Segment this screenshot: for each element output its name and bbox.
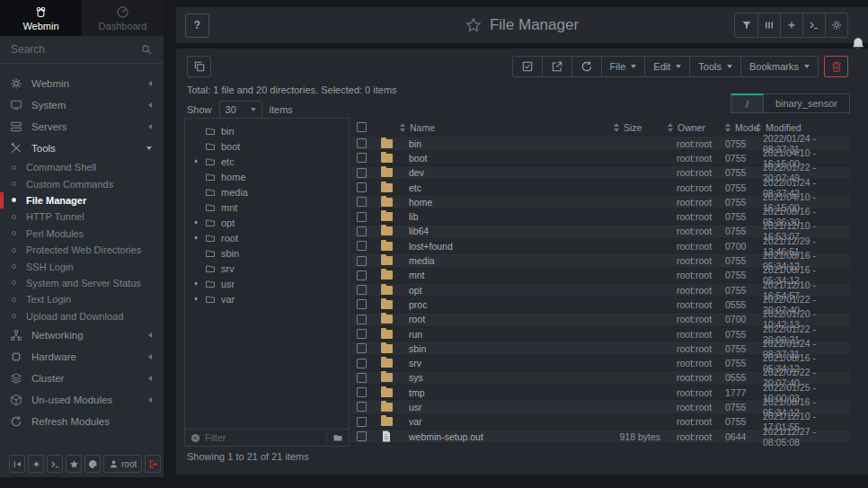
row-checkbox[interactable] <box>357 373 367 383</box>
expand-caret-icon[interactable] <box>193 158 199 164</box>
row-checkbox[interactable] <box>357 212 367 222</box>
sidebar-category-webmin[interactable]: Webmin <box>0 73 164 94</box>
row-checkbox[interactable] <box>357 329 367 339</box>
sidebar-item-perl-modules[interactable]: Perl Modules <box>0 226 164 242</box>
clipboard-button[interactable] <box>187 56 211 77</box>
refresh-button[interactable] <box>571 57 601 76</box>
row-checkbox[interactable] <box>357 299 367 309</box>
tree-item-opt[interactable]: opt <box>185 215 349 230</box>
column-header-owner[interactable]: Owner <box>678 122 705 133</box>
sidebar-category-hardware[interactable]: Hardware <box>0 346 164 368</box>
row-checkbox[interactable] <box>357 168 367 178</box>
terminal-button[interactable] <box>802 13 825 37</box>
tree-filter-input[interactable] <box>205 432 322 443</box>
sort-mode-control[interactable] <box>725 123 731 132</box>
row-checkbox[interactable] <box>357 285 367 295</box>
sidebar-category-tools[interactable]: Tools <box>0 138 164 159</box>
sort-name-control[interactable] <box>400 123 405 132</box>
shell-button[interactable] <box>47 455 63 473</box>
tree-item-boot[interactable]: boot <box>185 138 349 154</box>
table-row[interactable]: webmin-setup.out 918 bytes root:root 064… <box>352 430 850 444</box>
expand-caret-icon[interactable] <box>193 235 199 241</box>
favorites-button[interactable] <box>66 455 82 473</box>
sidebar-item-ssh-login[interactable]: SSH Login <box>0 258 164 274</box>
sidebar-category-cluster[interactable]: Cluster <box>0 368 164 389</box>
tree-item-media[interactable]: media <box>185 184 349 200</box>
delete-button[interactable] <box>824 56 848 77</box>
row-checkbox[interactable] <box>357 387 367 397</box>
row-checkbox[interactable] <box>357 271 367 280</box>
row-checkbox[interactable] <box>357 343 367 353</box>
column-header-modified[interactable]: Modified <box>766 122 802 133</box>
theme-palette-button[interactable] <box>84 455 101 473</box>
user-button[interactable]: root <box>103 455 142 473</box>
select-all-button[interactable] <box>513 57 542 76</box>
expand-caret-icon[interactable] <box>193 219 199 226</box>
tree-item-etc[interactable]: etc <box>185 154 349 169</box>
star-outline-icon[interactable] <box>465 17 482 33</box>
search-input[interactable] <box>11 43 128 56</box>
row-checkbox[interactable] <box>357 182 367 192</box>
row-checkbox[interactable] <box>357 153 367 163</box>
filter-toggle-button[interactable] <box>735 13 757 37</box>
tree-item-var[interactable]: var <box>185 291 349 306</box>
edit-menu-button[interactable]: Edit <box>644 57 689 76</box>
sidebar-category-networking[interactable]: Networking <box>0 324 164 346</box>
tree-item-sbin[interactable]: sbin <box>185 245 349 261</box>
tree-item-srv[interactable]: srv <box>185 261 349 276</box>
sidebar-item-http-tunnel[interactable]: HTTP Tunnel <box>0 209 164 225</box>
row-checkbox[interactable] <box>357 315 367 324</box>
sidebar-item-system-and-server-status[interactable]: System and Server Status <box>0 275 164 291</box>
sidebar-item-custom-commands[interactable]: Custom Commands <box>0 175 164 191</box>
row-checkbox[interactable] <box>357 402 367 412</box>
tools-menu-button[interactable]: Tools <box>689 57 740 76</box>
expand-caret-icon[interactable] <box>193 280 199 287</box>
tree-item-mnt[interactable]: mnt <box>185 200 349 215</box>
sidebar-category-system[interactable]: System <box>0 94 164 116</box>
row-checkbox[interactable] <box>357 138 367 148</box>
sidebar-item-text-login[interactable]: Text Login <box>0 291 164 307</box>
breadcrumb-root[interactable]: / <box>731 93 763 113</box>
row-checkbox[interactable] <box>357 417 367 427</box>
row-checkbox[interactable] <box>357 359 367 368</box>
row-checkbox[interactable] <box>357 241 367 251</box>
sidebar-item-protected-web-directories[interactable]: Protected Web Directories <box>0 242 164 258</box>
tab-dashboard[interactable]: Dashboard <box>82 0 164 36</box>
columns-button[interactable] <box>757 13 780 37</box>
sidebar-category-servers[interactable]: Servers <box>0 116 164 138</box>
row-checkbox[interactable] <box>357 256 367 266</box>
select-all-checkbox[interactable] <box>357 122 367 132</box>
sort-modified-control[interactable] <box>756 123 761 132</box>
breadcrumb-host[interactable]: binary_sensor <box>763 93 850 113</box>
sidebar-item-upload-and-download[interactable]: Upload and Download <box>0 308 164 324</box>
help-button[interactable]: ? <box>185 13 209 38</box>
clear-filter-icon[interactable] <box>190 433 200 443</box>
logout-button[interactable] <box>145 455 161 473</box>
row-checkbox[interactable] <box>357 197 367 207</box>
row-checkbox[interactable] <box>357 226 367 236</box>
sort-owner-control[interactable] <box>668 123 673 132</box>
tab-webmin[interactable]: Webmin <box>0 0 82 36</box>
sidebar-item-file-manager[interactable]: File Manager <box>0 192 164 209</box>
settings-button[interactable] <box>825 13 847 37</box>
show-count-select[interactable]: 30 <box>219 101 262 119</box>
column-header-size[interactable]: Size <box>624 122 642 133</box>
add-button[interactable] <box>780 13 802 37</box>
sidebar-item-command-shell[interactable]: Command Shell <box>0 159 164 175</box>
collapse-sidebar-button[interactable] <box>9 455 25 473</box>
sidebar-category-refresh-modules[interactable]: Refresh Modules <box>0 411 164 432</box>
tree-item-usr[interactable]: usr <box>185 276 349 291</box>
sidebar-category-un-used-modules[interactable]: Un-used Modules <box>0 389 164 411</box>
share-button[interactable] <box>542 57 571 76</box>
tree-item-home[interactable]: home <box>185 169 349 184</box>
sort-size-control[interactable] <box>614 123 619 132</box>
tree-folder-button[interactable] <box>326 432 343 443</box>
file-menu-button[interactable]: File <box>601 57 645 76</box>
tree-item-bin[interactable]: bin <box>185 123 349 138</box>
row-checkbox[interactable] <box>357 431 367 441</box>
tree-item-root[interactable]: root <box>185 230 349 245</box>
bookmarks-menu-button[interactable]: Bookmarks <box>740 57 818 76</box>
column-header-name[interactable]: Name <box>410 122 435 133</box>
expand-caret-icon[interactable] <box>193 296 199 302</box>
theme-toggle-button[interactable] <box>28 455 44 473</box>
